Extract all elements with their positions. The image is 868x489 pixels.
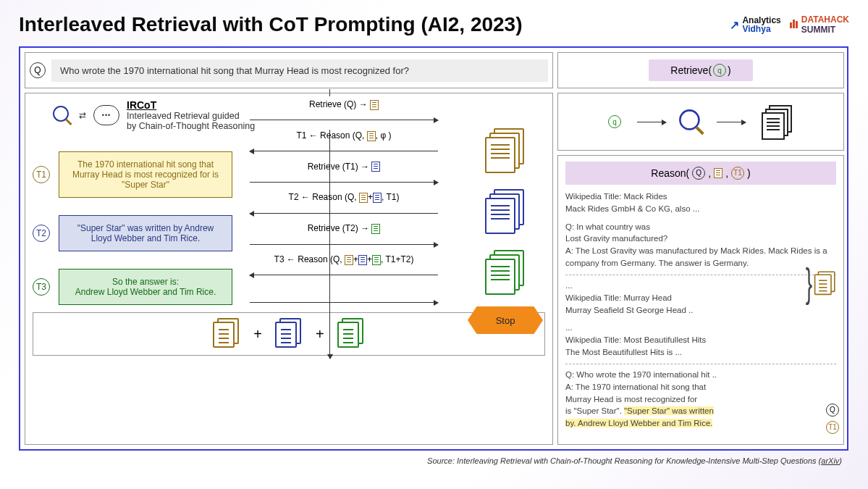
av-line2: Vidhya xyxy=(742,25,780,33)
arrow-retrieve-t2: Retrieve (T2) → xyxy=(250,223,438,234)
doc-icon xyxy=(371,224,380,234)
doc-icon xyxy=(359,193,368,203)
q-circle-icon: q xyxy=(608,115,621,128)
arrow-reason-t3: T3 ← Reason (Q, ++, T1+T2) xyxy=(250,254,438,265)
q-in-circle-icon: q xyxy=(713,64,726,77)
doc-side-icon xyxy=(814,271,836,296)
retrieve-prefix: Retrieve( xyxy=(670,64,712,76)
q-side-circle-icon: Q xyxy=(826,404,839,417)
arrow-up-icon: ↗ xyxy=(730,18,739,32)
reason-prefix: Reason( xyxy=(651,166,689,180)
retrieve-suffix: ) xyxy=(728,64,731,76)
doc-icon xyxy=(370,100,379,110)
question-bar: Q Who wrote the 1970 international hit s… xyxy=(25,52,553,88)
arrow-icon xyxy=(637,122,666,122)
doc-icon xyxy=(372,255,381,265)
connector-line xyxy=(329,89,330,96)
reason-detail-box: Reason( Q, , T1 ) Wikipedia Title: Mack … xyxy=(557,155,844,445)
doc-icon xyxy=(367,131,376,141)
dh-line1: DATAHACK xyxy=(801,14,849,25)
logo-area: ↗ Analytics Vidhya DATAHACK SUMMIT xyxy=(730,14,849,35)
arrow-retrieve-q: Retrieve (Q) → xyxy=(250,99,438,110)
arrow-reason-t1: T1 ← Reason (Q, , φ ) xyxy=(250,130,438,141)
t1-side-circle-icon: T1 xyxy=(826,421,839,434)
doc-icon xyxy=(373,193,382,203)
magnifier-icon xyxy=(679,109,704,134)
ircot-subtitle1: Interleaved Retrieval guided xyxy=(127,111,255,121)
doc-icon xyxy=(371,162,380,172)
t3-circle-icon: T3 xyxy=(33,278,50,296)
thought-bubble-icon xyxy=(93,105,119,125)
arrow-column: Retrieve (Q) → T1 ← Reason (Q, , φ ) Ret… xyxy=(250,99,438,313)
ircot-subtitle2: by Chain-of-Thought Reasoning xyxy=(127,121,255,131)
doc-stack-blue xyxy=(485,189,526,233)
bars-icon xyxy=(790,20,799,30)
q-circle-icon: Q xyxy=(30,62,46,78)
arxiv-link[interactable]: arXiv xyxy=(821,456,839,465)
t1-circle-icon: T1 xyxy=(33,166,50,183)
page-title: Interleaved Retrieval with CoT Prompting… xyxy=(19,13,523,36)
doc-icon xyxy=(714,168,722,178)
plus-icon: + xyxy=(253,326,262,343)
arrow-reason-t2: T2 ← Reason (Q, +, T1) xyxy=(250,192,438,203)
doc-mini-green xyxy=(337,318,365,350)
document-column: Stop xyxy=(465,128,545,334)
doc-icon xyxy=(358,255,367,265)
step-t2-box: "Super Star" was written by Andrew Lloyd… xyxy=(59,215,232,251)
main-diagram: ⇄ IRCoT Interleaved Retrieval guided by … xyxy=(25,93,553,445)
arrow-icon xyxy=(717,122,746,122)
analytics-vidhya-logo: ↗ Analytics Vidhya xyxy=(730,16,780,33)
retrieve-flow-box: q xyxy=(557,93,844,151)
arrow-retrieve-t1: Retrieve (T1) → xyxy=(250,162,438,172)
doc-stack-green xyxy=(485,250,526,293)
doc-stack-icon xyxy=(762,105,793,138)
step-t3-box: So the answer is: Andrew Lloyd Webber an… xyxy=(59,269,232,305)
doc-mini-blue xyxy=(275,318,303,350)
reason-suffix: ) xyxy=(747,166,751,180)
source-citation: Source: Interleaving Retrieval with Chai… xyxy=(19,456,842,465)
t1-circle-icon: T1 xyxy=(731,167,744,180)
datahack-logo: DATAHACK SUMMIT xyxy=(790,14,849,35)
swap-icon: ⇄ xyxy=(79,110,86,120)
dh-line2: SUMMIT xyxy=(801,25,835,35)
doc-icon xyxy=(345,255,353,265)
ircot-title: IRCoT xyxy=(127,99,255,111)
step-t1-box: The 1970 international hit song that Mur… xyxy=(59,151,232,198)
retrieve-header-box: Retrieve( q ) xyxy=(557,52,844,88)
doc-mini-brown xyxy=(213,318,240,350)
q-circle-icon: Q xyxy=(692,167,705,180)
question-text: Who wrote the 1970 international hit son… xyxy=(51,59,548,82)
stop-hexagon: Stop xyxy=(468,306,543,334)
diagram-frame: Q Who wrote the 1970 international hit s… xyxy=(19,46,848,451)
magnifier-icon xyxy=(53,106,72,125)
t2-circle-icon: T2 xyxy=(33,225,50,242)
right-column: q Reason( Q, , T1 ) Wikipedia Title: Mac… xyxy=(557,93,844,445)
reason-body: Wikipedia Title: Mack RidesMack Rides Gm… xyxy=(565,191,836,429)
plus-icon: + xyxy=(316,326,324,343)
doc-stack-brown xyxy=(485,128,526,172)
